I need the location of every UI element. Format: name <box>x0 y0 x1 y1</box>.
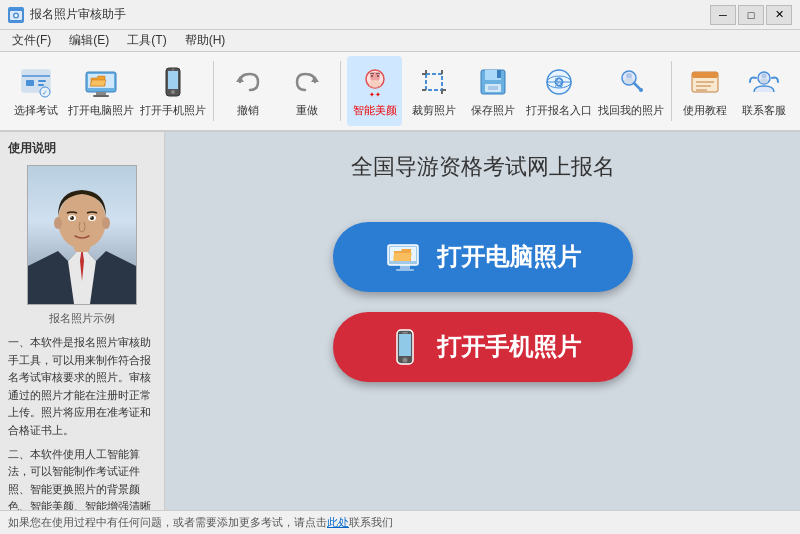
main-area: 使用说明 <box>0 132 800 510</box>
tutorial-label: 使用教程 <box>683 104 727 117</box>
svg-point-2 <box>15 14 18 17</box>
svg-rect-37 <box>488 86 498 90</box>
svg-point-58 <box>54 217 62 229</box>
menu-help[interactable]: 帮助(H) <box>177 30 234 51</box>
status-bar: 如果您在使用过程中有任何问题，或者需要添加更多考试，请点击此处联系我们 <box>0 510 800 534</box>
svg-rect-48 <box>692 72 718 78</box>
svg-rect-13 <box>93 95 109 97</box>
beauty-button[interactable]: ✦✦ 智能美颜 <box>347 56 402 126</box>
service-icon <box>746 64 782 100</box>
svg-rect-71 <box>399 334 411 356</box>
open-phone-photo-label: 打开手机照片 <box>140 104 206 117</box>
content-area: 全国导游资格考试网上报名 打开电脑照片 <box>165 132 800 510</box>
status-text: 如果您在使用过程中有任何问题，或者需要添加更多考试，请点击此处联系我们 <box>8 515 393 530</box>
menu-tools[interactable]: 工具(T) <box>119 30 174 51</box>
save-label: 保存照片 <box>471 104 515 117</box>
title-bar-left: 报名照片审核助手 <box>8 6 126 23</box>
title-controls: ─ □ ✕ <box>710 5 792 25</box>
svg-point-22 <box>369 80 381 88</box>
redo-icon <box>289 64 325 100</box>
toolbar: ✓ 选择考试 打开电脑照片 <box>0 52 800 132</box>
close-button[interactable]: ✕ <box>766 5 792 25</box>
open-phone-photo-icon <box>155 64 191 100</box>
svg-point-24 <box>377 75 379 77</box>
svg-rect-35 <box>497 70 501 78</box>
select-exam-label: 选择考试 <box>14 104 58 117</box>
redo-label: 重做 <box>296 104 318 117</box>
big-open-phone-button[interactable]: 打开手机照片 <box>333 312 633 382</box>
open-pc-photo-label: 打开电脑照片 <box>68 104 134 117</box>
open-pc-photo-button[interactable]: 打开电脑照片 <box>67 56 135 126</box>
instruction-2: 二、本软件使用人工智能算法，可以智能制作考试证件照、智能更换照片的背景颜色、智能… <box>8 446 156 510</box>
open-pc-photo-icon <box>83 64 119 100</box>
svg-rect-73 <box>402 332 408 334</box>
select-exam-button[interactable]: ✓ 选择考试 <box>8 56 63 126</box>
svg-rect-5 <box>26 80 34 86</box>
svg-rect-26 <box>426 74 442 90</box>
svg-rect-7 <box>38 84 44 86</box>
svg-rect-6 <box>38 80 46 82</box>
svg-rect-15 <box>168 71 178 89</box>
photo-example <box>27 165 137 305</box>
redo-button[interactable]: 重做 <box>279 56 334 126</box>
minimize-button[interactable]: ─ <box>710 5 736 25</box>
svg-point-72 <box>402 358 407 363</box>
crop-label: 裁剪照片 <box>412 104 456 117</box>
svg-point-54 <box>760 79 768 84</box>
menu-edit[interactable]: 编辑(E) <box>61 30 117 51</box>
separator-1 <box>213 61 214 121</box>
maximize-button[interactable]: □ <box>738 5 764 25</box>
svg-point-64 <box>70 216 72 218</box>
save-button[interactable]: 保存照片 <box>466 56 521 126</box>
svg-point-46 <box>639 88 643 92</box>
content-title: 全国导游资格考试网上报名 <box>351 152 615 182</box>
big-pc-icon <box>385 237 425 277</box>
open-register-button[interactable]: ⛓ 打开报名入口 <box>525 56 593 126</box>
svg-point-57 <box>58 193 106 249</box>
svg-point-59 <box>102 217 110 229</box>
svg-point-17 <box>172 69 174 71</box>
instruction-1: 一、本软件是报名照片审核助手工具，可以用来制作符合报名考试审核要求的照片。审核通… <box>8 334 156 440</box>
separator-3 <box>671 61 672 121</box>
sidebar-title: 使用说明 <box>8 140 156 157</box>
separator-2 <box>340 61 341 121</box>
big-open-pc-button[interactable]: 打开电脑照片 <box>333 222 633 292</box>
open-register-icon: ⛓ <box>541 64 577 100</box>
big-phone-icon <box>385 327 425 367</box>
tutorial-icon <box>687 64 723 100</box>
svg-point-65 <box>90 216 92 218</box>
svg-text:⛓: ⛓ <box>554 77 564 88</box>
open-phone-photo-button[interactable]: 打开手机照片 <box>139 56 207 126</box>
crop-icon <box>416 64 452 100</box>
service-button[interactable]: 联系客服 <box>737 56 792 126</box>
title-bar: 报名照片审核助手 ─ □ ✕ <box>0 0 800 30</box>
svg-point-16 <box>171 90 175 94</box>
service-label: 联系客服 <box>742 104 786 117</box>
svg-text:✓: ✓ <box>42 89 48 96</box>
app-icon <box>8 7 24 23</box>
menu-file[interactable]: 文件(F) <box>4 30 59 51</box>
app-title: 报名照片审核助手 <box>30 6 126 23</box>
face-placeholder <box>28 166 136 304</box>
find-photo-button[interactable]: 找回我的照片 <box>597 56 665 126</box>
photo-caption: 报名照片示例 <box>8 311 156 326</box>
crop-button[interactable]: 裁剪照片 <box>406 56 461 126</box>
svg-point-23 <box>371 75 373 77</box>
status-link[interactable]: 此处 <box>327 516 349 528</box>
menu-bar: 文件(F) 编辑(E) 工具(T) 帮助(H) <box>0 30 800 52</box>
svg-point-53 <box>762 74 767 79</box>
big-open-pc-label: 打开电脑照片 <box>437 241 581 273</box>
sidebar: 使用说明 <box>0 132 165 510</box>
svg-text:✦✦: ✦✦ <box>369 91 381 98</box>
svg-rect-68 <box>400 265 410 269</box>
tutorial-button[interactable]: 使用教程 <box>678 56 733 126</box>
undo-icon <box>230 64 266 100</box>
beauty-icon: ✦✦ <box>357 64 393 100</box>
undo-button[interactable]: 撤销 <box>220 56 275 126</box>
undo-label: 撤销 <box>237 104 259 117</box>
beauty-label: 智能美颜 <box>353 104 397 117</box>
svg-point-44 <box>624 78 634 84</box>
svg-rect-12 <box>96 92 106 95</box>
big-open-phone-label: 打开手机照片 <box>437 331 581 363</box>
svg-rect-69 <box>396 269 414 271</box>
